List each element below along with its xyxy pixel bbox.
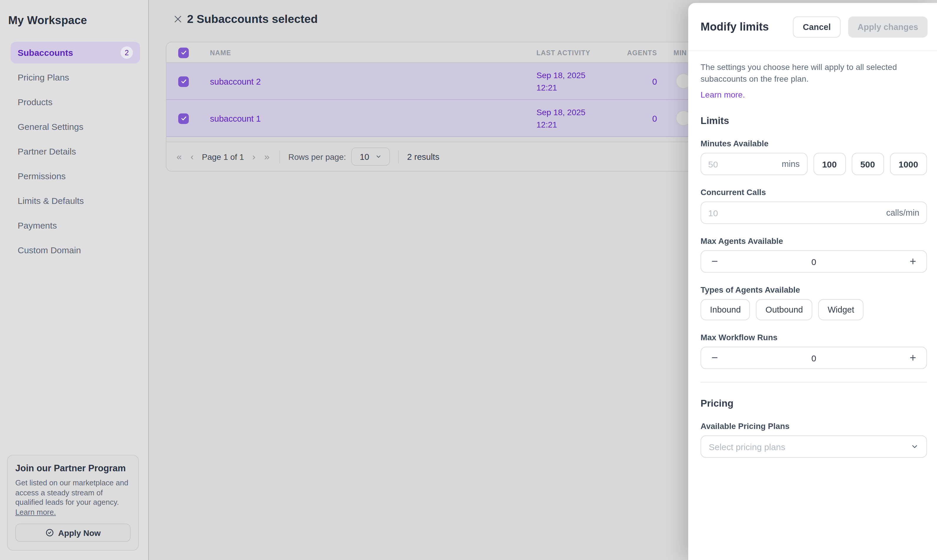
subaccount-link[interactable]: subaccount 2 bbox=[210, 77, 261, 86]
sidebar-nav: Subaccounts 2 Pricing Plans Products Gen… bbox=[8, 42, 140, 261]
workspace-title: My Workspace bbox=[8, 14, 140, 27]
minutes-preset-100-button[interactable]: 100 bbox=[813, 153, 846, 175]
seal-check-icon bbox=[45, 528, 54, 537]
partner-card-body: Get listed on our marketplace and access… bbox=[15, 478, 131, 517]
pricing-plans-label: Available Pricing Plans bbox=[701, 422, 927, 431]
panel-header: Modify limits Cancel Apply changes bbox=[688, 3, 937, 51]
selection-title: 2 Subaccounts selected bbox=[187, 12, 318, 26]
last-page-button[interactable]: » bbox=[262, 151, 271, 162]
sidebar-item-limits-defaults[interactable]: Limits & Defaults bbox=[11, 190, 140, 212]
row-checkbox[interactable] bbox=[178, 113, 189, 124]
limits-section-heading: Limits bbox=[701, 115, 927, 126]
max-agents-stepper: − 0 + bbox=[701, 250, 927, 273]
rows-per-page-label: Rows per page: bbox=[288, 152, 346, 161]
subaccount-link[interactable]: subaccount 1 bbox=[210, 114, 261, 123]
rows-per-page-select[interactable]: 10 bbox=[351, 148, 390, 166]
select-all-checkbox[interactable] bbox=[178, 47, 189, 58]
check-icon bbox=[180, 49, 187, 56]
panel-learn-more-link[interactable]: Learn more. bbox=[701, 90, 745, 99]
minutes-available-row: mins 100 500 1000 bbox=[701, 153, 927, 175]
page-indicator: Page 1 of 1 bbox=[202, 152, 244, 161]
minutes-available-input[interactable] bbox=[708, 159, 777, 169]
panel-body: The settings you choose here will apply … bbox=[688, 51, 937, 458]
max-workflow-label: Max Workflow Runs bbox=[701, 333, 927, 342]
concurrent-calls-suffix: calls/min bbox=[886, 208, 919, 217]
first-page-button[interactable]: « bbox=[175, 151, 184, 162]
column-header-name[interactable]: NAME bbox=[210, 42, 231, 63]
check-icon bbox=[180, 78, 187, 85]
agent-types-label: Types of Agents Available bbox=[701, 286, 927, 294]
sidebar: My Workspace Subaccounts 2 Pricing Plans… bbox=[0, 0, 149, 560]
pricing-section-heading: Pricing bbox=[701, 398, 927, 409]
max-agents-value: 0 bbox=[728, 257, 899, 266]
sidebar-item-label: Pricing Plans bbox=[18, 72, 69, 82]
last-activity-date: Sep 18, 2025 bbox=[536, 106, 585, 118]
sidebar-item-partner-details[interactable]: Partner Details bbox=[11, 140, 140, 162]
sidebar-item-general-settings[interactable]: General Settings bbox=[11, 116, 140, 137]
agent-type-inbound-button[interactable]: Inbound bbox=[701, 299, 750, 320]
results-count: 2 results bbox=[407, 152, 439, 161]
max-workflow-decrement-button[interactable]: − bbox=[701, 347, 728, 368]
column-header-agents[interactable]: AGENTS bbox=[613, 42, 657, 63]
minutes-available-label: Minutes Available bbox=[701, 139, 927, 148]
concurrent-calls-label: Concurrent Calls bbox=[701, 188, 927, 197]
apply-changes-button[interactable]: Apply changes bbox=[848, 16, 928, 37]
apply-now-label: Apply Now bbox=[58, 528, 101, 537]
column-header-last-activity[interactable]: LAST ACTIVITY bbox=[536, 42, 590, 63]
minutes-suffix: mins bbox=[782, 159, 800, 169]
next-page-button[interactable]: › bbox=[250, 151, 257, 162]
agent-types-row: Inbound Outbound Widget bbox=[701, 299, 927, 320]
sidebar-item-custom-domain[interactable]: Custom Domain bbox=[11, 239, 140, 261]
max-workflow-increment-button[interactable]: + bbox=[899, 347, 926, 368]
max-agents-label: Max Agents Available bbox=[701, 237, 927, 246]
row-checkbox[interactable] bbox=[178, 76, 189, 87]
chevron-down-icon bbox=[911, 443, 919, 451]
sidebar-item-products[interactable]: Products bbox=[11, 91, 140, 113]
minutes-preset-1000-button[interactable]: 1000 bbox=[890, 153, 927, 175]
agents-count: 0 bbox=[652, 114, 657, 123]
sidebar-item-label: Permissions bbox=[18, 171, 66, 181]
sidebar-item-subaccounts[interactable]: Subaccounts 2 bbox=[11, 42, 140, 63]
apply-now-button[interactable]: Apply Now bbox=[15, 523, 131, 542]
pricing-plans-placeholder: Select pricing plans bbox=[709, 442, 785, 452]
agent-type-outbound-button[interactable]: Outbound bbox=[756, 299, 812, 320]
sidebar-item-label: Limits & Defaults bbox=[18, 196, 84, 206]
sidebar-item-label: Partner Details bbox=[18, 146, 76, 156]
partner-program-card: Join our Partner Program Get listed on o… bbox=[7, 455, 139, 551]
panel-title: Modify limits bbox=[701, 20, 769, 33]
pricing-plans-select[interactable]: Select pricing plans bbox=[701, 435, 927, 458]
check-icon bbox=[180, 115, 187, 122]
sidebar-item-label: Subaccounts bbox=[18, 48, 73, 58]
last-activity-time: 12:21 bbox=[536, 82, 585, 94]
agent-type-widget-button[interactable]: Widget bbox=[818, 299, 863, 320]
sidebar-item-permissions[interactable]: Permissions bbox=[11, 165, 140, 187]
partner-learn-more-link[interactable]: Learn more. bbox=[15, 508, 56, 516]
section-divider bbox=[701, 382, 927, 383]
close-selection-button[interactable] bbox=[171, 12, 184, 25]
last-activity-cell: Sep 18, 2025 12:21 bbox=[536, 106, 585, 131]
last-activity-time: 12:21 bbox=[536, 118, 585, 131]
sidebar-item-pricing-plans[interactable]: Pricing Plans bbox=[11, 66, 140, 88]
subaccounts-count-badge: 2 bbox=[120, 46, 133, 59]
divider bbox=[398, 150, 399, 163]
sidebar-item-label: Products bbox=[18, 97, 52, 107]
max-agents-decrement-button[interactable]: − bbox=[701, 251, 728, 272]
partner-card-title: Join our Partner Program bbox=[15, 463, 131, 474]
previous-page-button[interactable]: ‹ bbox=[189, 151, 196, 162]
sidebar-item-label: General Settings bbox=[18, 122, 83, 132]
max-agents-increment-button[interactable]: + bbox=[899, 251, 926, 272]
sidebar-item-label: Custom Domain bbox=[18, 245, 81, 255]
concurrent-calls-input[interactable] bbox=[708, 208, 881, 218]
rows-per-page-value: 10 bbox=[360, 152, 369, 161]
partner-card-text: Get listed on our marketplace and access… bbox=[15, 478, 128, 506]
sidebar-item-label: Payments bbox=[18, 220, 57, 230]
minutes-preset-500-button[interactable]: 500 bbox=[851, 153, 884, 175]
last-activity-cell: Sep 18, 2025 12:21 bbox=[536, 69, 585, 94]
column-header-minutes[interactable]: MIN bbox=[673, 42, 687, 63]
last-activity-date: Sep 18, 2025 bbox=[536, 69, 585, 82]
max-workflow-value: 0 bbox=[728, 353, 899, 363]
concurrent-calls-input-wrap: calls/min bbox=[701, 202, 927, 224]
cancel-button[interactable]: Cancel bbox=[793, 16, 841, 37]
divider bbox=[279, 150, 280, 163]
sidebar-item-payments[interactable]: Payments bbox=[11, 214, 140, 236]
